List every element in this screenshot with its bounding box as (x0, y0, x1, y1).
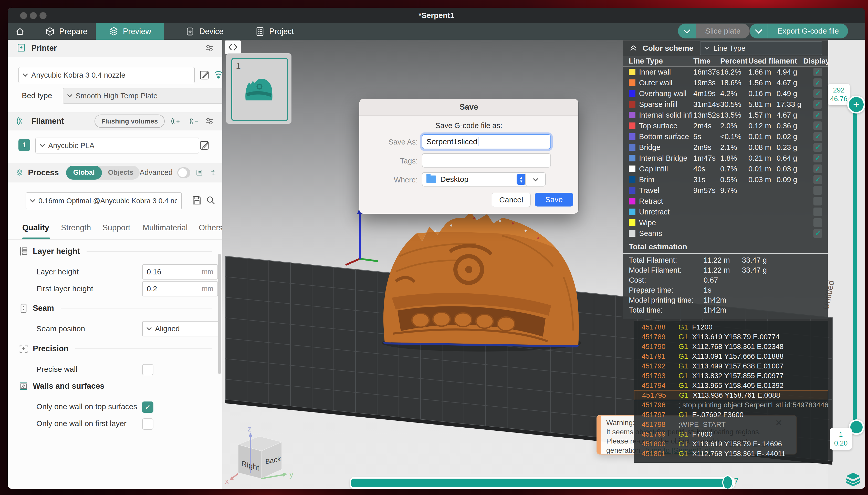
display-checkbox[interactable]: ✓ (813, 143, 822, 152)
display-checkbox[interactable]: ✓ (813, 229, 822, 238)
cube-face-back[interactable]: Back (265, 455, 281, 465)
gcode-line[interactable]: 451788G1F1200 (634, 322, 828, 332)
compare-presets-icon[interactable] (210, 168, 217, 177)
display-checkbox[interactable]: ✓ (813, 79, 822, 87)
line-type-weight: 4.67 g (777, 79, 803, 87)
gcode-line[interactable]: 451793G1X113.832 Y157.855 E.00977 (634, 371, 828, 381)
cube-face-right[interactable]: Right (241, 459, 259, 472)
tab-others[interactable]: Others (199, 223, 223, 233)
gcode-line[interactable]: 451794G1X113.965 Y158.405 E.01392 (634, 381, 828, 391)
cancel-button[interactable]: Cancel (492, 193, 531, 207)
bed-type-select[interactable]: Smooth High Temp Plate (63, 88, 223, 104)
tab-device[interactable]: Device (180, 23, 229, 40)
scope-objects[interactable]: Objects (102, 169, 140, 176)
seam-position-select[interactable]: Aligned (142, 321, 219, 337)
display-checkbox[interactable]: ✓ (813, 154, 822, 163)
estimation-value-2: 33.47 g (742, 266, 767, 274)
tab-strength[interactable]: Strength (61, 223, 91, 233)
gcode-line[interactable]: 451800G1X113.619 Y158.79 E-.14696 (634, 439, 828, 449)
tab-quality[interactable]: Quality (22, 223, 49, 233)
slice-plate-button[interactable]: Slice plate (696, 23, 750, 38)
gcode-line[interactable]: 451791G1X113.091 Y157.666 E.01888 (634, 352, 828, 361)
search-preset-icon[interactable] (205, 195, 216, 206)
where-select[interactable]: Desktop ▲▼ (422, 172, 531, 187)
save-as-input[interactable]: Serpent1sliced (422, 134, 551, 149)
sidebar-scrollbar[interactable] (218, 254, 221, 374)
line-type-weight: 0.03 g (777, 165, 803, 173)
filament-preset-select[interactable]: Anycubic PLA (35, 138, 199, 153)
tags-input[interactable] (422, 153, 551, 168)
gcode-line[interactable]: 451790G1X112.768 Y158.361 E.02348 (634, 342, 828, 352)
first-layer-height-input[interactable]: 0.2 mm (142, 281, 218, 296)
gcode-line[interactable]: 451798;WIPE_START (634, 420, 828, 429)
gcode-line[interactable]: 451801G1X112.768 Y158.361 E-.44011 (634, 449, 828, 459)
scope-global[interactable]: Global (66, 166, 102, 180)
display-checkbox[interactable]: ✓ (813, 68, 822, 76)
parameter-list-icon[interactable] (196, 168, 203, 177)
export-dropdown-button[interactable] (750, 23, 768, 38)
tab-home[interactable] (8, 23, 32, 40)
flushing-volumes-button[interactable]: Flushing volumes (94, 115, 164, 128)
gcode-line[interactable]: 451789G1X113.619 Y158.79 E.00774 (634, 332, 828, 342)
advanced-toggle[interactable] (177, 167, 190, 178)
tab-multimaterial[interactable]: Multimaterial (143, 223, 188, 233)
display-checkbox[interactable] (813, 186, 822, 195)
gcode-line[interactable]: 451797G1E-.07692 F3600 (634, 410, 828, 420)
one-wall-top-checkbox[interactable]: ✓ (142, 402, 153, 413)
gcode-line[interactable]: 451795G1X113.936 Y158.761 E.0088 (634, 391, 828, 400)
gcode-viewer-panel[interactable]: 451788G1F1200451789G1X113.619 Y158.79 E.… (634, 321, 828, 463)
edit-printer-icon[interactable] (199, 69, 210, 80)
layer-slider-track[interactable] (853, 103, 857, 426)
display-checkbox[interactable]: ✓ (813, 89, 822, 98)
collapse-panel-icon[interactable] (629, 44, 638, 53)
display-checkbox[interactable]: ✓ (813, 175, 822, 184)
color-scheme-select[interactable]: Line Type (700, 41, 822, 55)
display-checkbox[interactable]: ✓ (813, 132, 822, 141)
layer-slider-top-handle[interactable]: + (847, 96, 865, 114)
display-checkbox[interactable] (813, 207, 822, 216)
printer-settings-icon[interactable] (204, 43, 215, 53)
gcode-line[interactable]: 451792G1X113.499 Y157.638 E.01007 (634, 361, 828, 371)
export-gcode-button[interactable]: Export G-code file (768, 23, 848, 38)
dialog-title: Save (359, 99, 578, 116)
where-value: Desktop (440, 175, 468, 184)
gcode-line[interactable]: 451799G1F7800 (634, 429, 828, 439)
save-button[interactable]: Save (535, 193, 573, 206)
move-slider-handle[interactable] (722, 475, 733, 489)
add-filament-icon[interactable] (170, 116, 180, 126)
display-checkbox[interactable] (813, 218, 822, 227)
display-checkbox[interactable]: ✓ (813, 121, 822, 130)
tab-project[interactable]: Project (250, 23, 299, 40)
edit-filament-icon[interactable] (199, 139, 210, 150)
save-preset-icon[interactable] (192, 195, 202, 206)
printer-preset-select[interactable]: Anycubic Kobra 3 0.4 nozzle (18, 67, 195, 83)
display-checkbox[interactable]: ✓ (813, 165, 822, 173)
slice-dropdown-button[interactable] (678, 23, 696, 38)
filament-settings-icon[interactable] (204, 116, 215, 126)
expand-dialog-button[interactable] (525, 172, 546, 187)
precise-wall-checkbox[interactable] (142, 364, 153, 375)
line-type-swatch (629, 101, 636, 108)
tab-prepare[interactable]: Prepare (40, 23, 92, 40)
precision-group-header: Precision (18, 344, 212, 354)
one-wall-first-checkbox[interactable] (142, 419, 153, 430)
layers-icon[interactable] (846, 472, 861, 486)
gcode-line[interactable]: 451796; stop printing object Serpent1.st… (634, 400, 828, 410)
process-preset-select[interactable]: 0.16mm Optimal @Anycubic Kobra 3 0.4 noz… (25, 192, 182, 209)
plate-thumbnail[interactable]: 1 (231, 58, 288, 121)
navigation-cube[interactable]: Right Back z x y (225, 425, 293, 485)
display-checkbox[interactable] (813, 197, 822, 205)
project-icon (255, 27, 265, 37)
collapse-plates-button[interactable] (225, 40, 241, 54)
tab-label: Device (199, 27, 224, 36)
tab-support[interactable]: Support (102, 223, 131, 233)
line-type-time: 40s (693, 165, 720, 173)
display-checkbox[interactable]: ✓ (813, 100, 822, 109)
display-checkbox[interactable]: ✓ (813, 111, 822, 119)
line-type-time: 19m3s (693, 79, 720, 87)
tab-preview[interactable]: Preview (96, 23, 164, 40)
layer-height-input[interactable]: 0.16 mm (142, 264, 218, 279)
remove-filament-icon[interactable] (189, 116, 199, 126)
sliced-model[interactable] (382, 212, 581, 352)
move-slider-track[interactable] (350, 477, 735, 489)
